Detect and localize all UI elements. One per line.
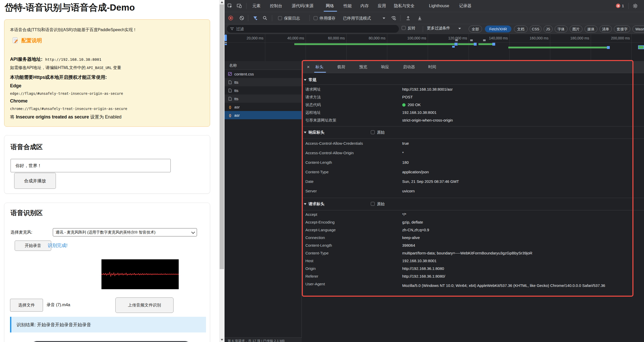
chip-font[interactable]: 字体 [555,25,568,32]
request-row-selected[interactable]: {} asr [225,111,302,119]
scroll-up-button[interactable] [219,0,225,4]
divider [302,126,644,126]
request-row[interactable]: tts [225,78,302,86]
choose-file-button[interactable]: 选择文件 [10,299,43,312]
timeline-label: 100,000 ms [399,36,426,40]
tab-console[interactable]: 控制台 [270,0,282,12]
timeline-handle[interactable] [225,35,227,41]
more-filters-button[interactable]: 更多过滤条件 [427,26,450,31]
timeline-bar-green [294,43,454,45]
chip-manifest[interactable]: 清单 [599,25,612,32]
response-headers-section-header[interactable]: 响应标头 [302,128,324,137]
search-icon[interactable] [262,15,268,21]
divider [628,3,629,9]
header-value: zh-CN,zh;q=0.9 [402,228,429,232]
network-conditions-icon[interactable] [391,15,396,21]
scrollbar-thumb[interactable] [220,4,224,269]
error-counter[interactable]: 1 [616,4,624,8]
request-row[interactable]: {} asr [225,103,302,111]
request-headers-section-header[interactable]: 请求标头 [302,199,324,209]
header-value: strict-origin-when-cross-origin [402,118,453,122]
mic-select[interactable]: 通讯 - 麦克风阵列 (适用于数字麦克风的英特尔® 智音技术) [53,228,197,236]
tab-preview[interactable]: 预览 [359,61,367,73]
throttling-caret-icon[interactable] [383,18,385,19]
preserve-log-checkbox[interactable] [278,16,282,20]
request-list-header[interactable]: 名称 [225,61,302,70]
filter-input[interactable]: 过滤 [227,25,399,33]
disable-cache-label: 停用缓存 [320,16,336,21]
tab-recorder[interactable]: 记录器 [459,0,471,12]
chip-js[interactable]: JS [544,25,553,32]
request-raw-checkbox[interactable] [371,202,375,206]
record-network-log-icon[interactable] [228,15,234,21]
header-key: Content-Length [305,160,332,165]
scroll-down-button[interactable] [219,338,225,342]
start-record-button[interactable]: 开始录音 [15,241,51,251]
web-page: 岱特-语音识别与语音合成-Demo 本语音合成(TTS)和语音识别(ASR)功能… [0,0,219,342]
gridline [631,34,632,61]
throttling-select[interactable]: 已停用节流模式 [343,16,371,21]
request-row[interactable]: tts [225,95,302,103]
tab-network[interactable]: 网络 [326,0,334,12]
tab-privacy-security[interactable]: 隐私与安全 [394,0,415,12]
chip-css[interactable]: CSS [530,25,542,32]
inspect-element-icon[interactable] [227,3,233,9]
tab-sources[interactable]: 源代码/来源 [292,0,313,12]
timeline-label: 20,000 ms [237,36,263,40]
synthesize-play-button[interactable]: 合成并播放 [14,173,56,189]
devtools-panel: 元素 控制台 源代码/来源 网络 性能 内存 应用 隐私与安全 Lighthou… [225,0,644,342]
tab-headers[interactable]: 标头 [315,61,323,73]
tab-response[interactable]: 响应 [381,61,389,73]
header-key: User-Agent [305,282,325,286]
tab-memory[interactable]: 内存 [360,0,369,12]
tab-application[interactable]: 应用 [378,0,386,12]
request-row[interactable]: content.css [225,70,302,78]
notice-box: 本语音合成(TTS)和语音识别(ASR)功能基于百度PaddleSpeech实现… [4,19,210,127]
config-link[interactable]: 配置说明 [21,37,42,44]
chip-img[interactable]: 图片 [570,25,582,32]
gear-icon[interactable] [632,3,638,9]
upload-audio-button[interactable]: 上传音频文件识别 [115,297,174,313]
header-value: Mozilla/5.0 (Windows NT 10.0; Win64; x64… [402,282,608,289]
secure-bold: Insecure origins treated as secure [16,114,89,119]
chip-wasm[interactable]: Wasm [632,25,644,32]
chip-doc[interactable]: 文档 [514,25,528,32]
chip-all[interactable]: 全部 [469,25,482,32]
tab-performance[interactable]: 性能 [344,0,352,12]
request-row[interactable]: tts [225,86,302,95]
chip-media[interactable]: 媒体 [585,25,597,32]
divider [302,139,644,139]
chip-fetch-xhr[interactable]: Fetch/XHR [485,25,511,32]
chrome-flag-url: chrome://flags/#unsafely-treat-insecure-… [10,107,127,111]
filter-icon[interactable] [252,15,258,21]
header-value: gzip, deflate [402,220,423,224]
header-key: Accept-Language [305,228,336,232]
import-har-icon[interactable] [405,15,411,21]
request-name: asr [234,113,240,117]
audio-player[interactable] [31,341,191,342]
tts-text-input[interactable]: 你好，世界！ [11,159,171,172]
invert-checkbox[interactable] [402,26,406,30]
close-icon[interactable]: × [307,61,310,73]
header-key: Access-Control-Allow-Origin [305,151,354,155]
tab-initiator[interactable]: 启动器 [403,61,415,73]
tab-timing[interactable]: 时间 [428,61,436,73]
tab-lighthouse[interactable]: Lighthouse [429,0,449,12]
tab-payload[interactable]: 载荷 [337,61,345,73]
tab-elements[interactable]: 元素 [252,0,261,12]
disclosure-triangle-icon [304,79,306,81]
general-section-header[interactable]: 常规 [302,75,316,84]
asr-heading: 语音识别区 [11,209,43,217]
xhr-icon: {} [228,105,232,109]
export-har-icon[interactable] [417,15,423,21]
tts-section: 语音合成区 你好，世界！ 合成并播放 [4,135,210,194]
more-filters-caret-icon[interactable] [458,28,461,29]
response-raw-checkbox[interactable] [371,130,375,134]
clear-network-log-icon[interactable] [239,15,245,21]
page-scrollbar[interactable] [219,0,225,342]
disable-cache-checkbox[interactable] [314,16,317,20]
chip-socket[interactable]: 套接字 [614,25,630,32]
header-value: keep-alive [402,235,420,240]
device-toolbar-icon[interactable] [236,3,242,9]
request-raw-label: 原始 [377,202,385,207]
